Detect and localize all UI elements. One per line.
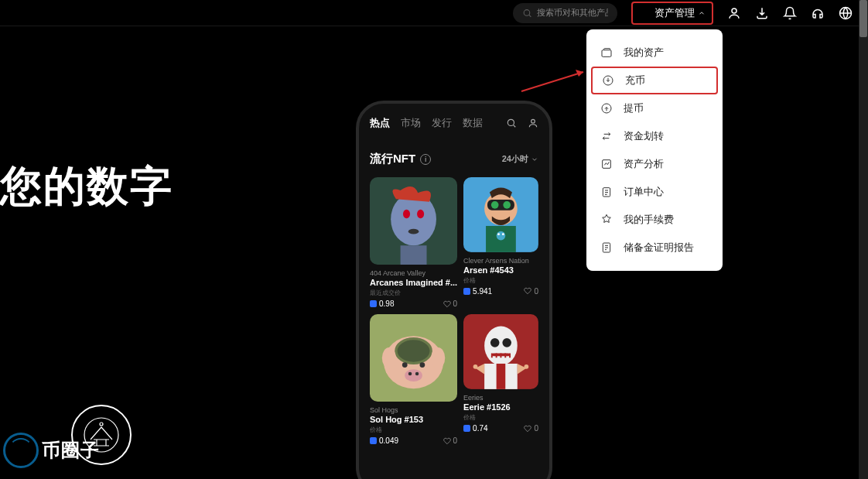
svg-point-46 bbox=[431, 347, 445, 368]
nft-card[interactable]: 404 Arcane ValleyArcanes Imagined #...最近… bbox=[370, 177, 457, 308]
language-globe-icon[interactable] bbox=[839, 6, 853, 20]
svg-point-25 bbox=[408, 229, 419, 234]
svg-point-59 bbox=[473, 364, 478, 369]
dropdown-item-fees[interactable]: 我的手续费 bbox=[586, 206, 723, 234]
time-filter-dropdown[interactable]: 24小时 bbox=[502, 153, 538, 165]
svg-line-19 bbox=[514, 125, 516, 128]
scrollbar-thumb[interactable] bbox=[859, 0, 867, 37]
nft-price: 0.98 bbox=[370, 299, 394, 308]
dropdown-item-label: 充币 bbox=[625, 74, 645, 87]
phone-tab-bar: 热点市场发行数据 bbox=[370, 116, 538, 130]
asset-management-dropdown: 我的资产充币提币资金划转资产分析订单中心我的手续费储备金证明报告 bbox=[586, 29, 723, 271]
search-input[interactable]: 搜索币对和其他产品 bbox=[513, 3, 617, 23]
nft-price: 0.74 bbox=[463, 424, 487, 433]
annotation-arrow-icon bbox=[520, 66, 593, 93]
watermark-ring-icon bbox=[3, 433, 39, 468]
svg-rect-4 bbox=[602, 50, 611, 57]
phone-tab[interactable]: 市场 bbox=[401, 116, 421, 130]
svg-point-41 bbox=[419, 362, 425, 368]
nft-image bbox=[370, 314, 457, 402]
nft-card[interactable]: Clever Arsens NationArsen #4543价格5.9410 bbox=[463, 177, 538, 308]
svg-point-30 bbox=[491, 201, 499, 209]
dropdown-item-label: 资金划转 bbox=[624, 129, 664, 143]
svg-point-44 bbox=[415, 372, 419, 376]
nft-section-header: 流行NFT i 24小时 bbox=[370, 152, 538, 166]
dropdown-item-withdraw[interactable]: 提币 bbox=[586, 94, 723, 122]
phone-tab[interactable]: 数据 bbox=[463, 116, 483, 130]
svg-rect-26 bbox=[401, 245, 427, 265]
nft-price-label: 最近成交价 bbox=[370, 289, 457, 297]
phone-tab[interactable]: 发行 bbox=[432, 116, 452, 130]
svg-point-50 bbox=[502, 338, 511, 347]
asset-management-dropdown-trigger[interactable]: 资产管理 bbox=[631, 2, 713, 25]
search-icon bbox=[522, 8, 532, 19]
user-icon[interactable] bbox=[528, 118, 538, 128]
svg-line-1 bbox=[529, 15, 531, 16]
nft-likes[interactable]: 0 bbox=[443, 299, 458, 308]
nft-likes[interactable]: 0 bbox=[524, 424, 538, 433]
svg-point-2 bbox=[732, 9, 736, 13]
dropdown-item-transfer[interactable]: 资金划转 bbox=[586, 122, 723, 150]
dropdown-item-label: 储备金证明报告 bbox=[624, 241, 694, 255]
svg-point-45 bbox=[382, 347, 396, 368]
dropdown-item-analysis[interactable]: 资产分析 bbox=[586, 150, 723, 178]
svg-point-17 bbox=[100, 423, 103, 426]
dropdown-item-report[interactable]: 储备金证明报告 bbox=[586, 234, 723, 262]
dropdown-item-label: 提币 bbox=[624, 101, 644, 115]
nft-collection: 404 Arcane Valley bbox=[370, 269, 457, 277]
svg-point-42 bbox=[405, 369, 422, 381]
dropdown-item-deposit[interactable]: 充币 bbox=[591, 67, 718, 94]
nft-card[interactable]: EeriesEerie #1526价格0.740 bbox=[463, 314, 538, 445]
nft-price: 5.941 bbox=[463, 287, 492, 296]
time-filter-label: 24小时 bbox=[502, 153, 528, 165]
nft-name: Arcanes Imagined #... bbox=[370, 278, 457, 287]
svg-point-35 bbox=[502, 233, 504, 235]
dropdown-item-wallet[interactable]: 我的资产 bbox=[586, 39, 723, 67]
analysis-icon bbox=[600, 158, 613, 170]
nft-likes[interactable]: 0 bbox=[443, 436, 458, 445]
svg-point-24 bbox=[417, 210, 424, 218]
nft-price-label: 价格 bbox=[370, 426, 457, 434]
svg-point-40 bbox=[402, 362, 408, 368]
nft-image bbox=[370, 177, 457, 265]
dropdown-item-orders[interactable]: 订单中心 bbox=[586, 178, 723, 206]
svg-point-31 bbox=[503, 201, 511, 209]
dropdown-item-label: 我的资产 bbox=[624, 46, 664, 60]
phone-mockup: 热点市场发行数据 流行NFT i 24小时 404 Arcane ValleyA… bbox=[356, 101, 552, 479]
dropdown-item-label: 资产分析 bbox=[624, 157, 664, 171]
nft-price: 0.049 bbox=[370, 436, 398, 445]
hero-headline: 您的数字 bbox=[0, 159, 173, 215]
withdraw-icon bbox=[600, 102, 613, 115]
notifications-icon[interactable] bbox=[783, 6, 797, 20]
svg-point-0 bbox=[524, 9, 530, 15]
chevron-up-icon bbox=[698, 9, 706, 17]
nft-image bbox=[463, 314, 538, 389]
user-account-icon[interactable] bbox=[727, 6, 741, 20]
fees-icon bbox=[600, 214, 613, 226]
download-icon[interactable] bbox=[755, 6, 769, 20]
search-icon[interactable] bbox=[506, 118, 517, 128]
svg-point-23 bbox=[403, 210, 410, 218]
svg-rect-58 bbox=[497, 364, 506, 389]
dropdown-item-label: 我的手续费 bbox=[624, 213, 674, 227]
svg-point-18 bbox=[507, 119, 514, 125]
nft-section-title: 流行NFT bbox=[370, 152, 415, 166]
nft-card[interactable]: Sol HogsSol Hog #153价格0.0490 bbox=[370, 314, 457, 445]
page-scrollbar[interactable] bbox=[859, 0, 868, 479]
support-headset-icon[interactable] bbox=[811, 6, 825, 20]
deposit-icon bbox=[602, 74, 614, 87]
nft-price-label: 价格 bbox=[463, 413, 538, 422]
svg-point-33 bbox=[497, 231, 506, 241]
svg-point-43 bbox=[408, 372, 412, 376]
nft-likes[interactable]: 0 bbox=[524, 287, 538, 296]
wallet-icon bbox=[600, 46, 613, 59]
info-icon[interactable]: i bbox=[420, 154, 431, 165]
top-navigation-bar: 搜索币对和其他产品 资产管理 bbox=[0, 0, 859, 26]
nft-price-label: 价格 bbox=[463, 276, 538, 285]
phone-tab[interactable]: 热点 bbox=[370, 116, 390, 130]
nft-name: Arsen #4543 bbox=[463, 265, 538, 275]
report-icon bbox=[600, 241, 613, 254]
svg-point-48 bbox=[484, 327, 518, 365]
orders-icon bbox=[600, 186, 613, 198]
svg-point-20 bbox=[531, 119, 535, 123]
